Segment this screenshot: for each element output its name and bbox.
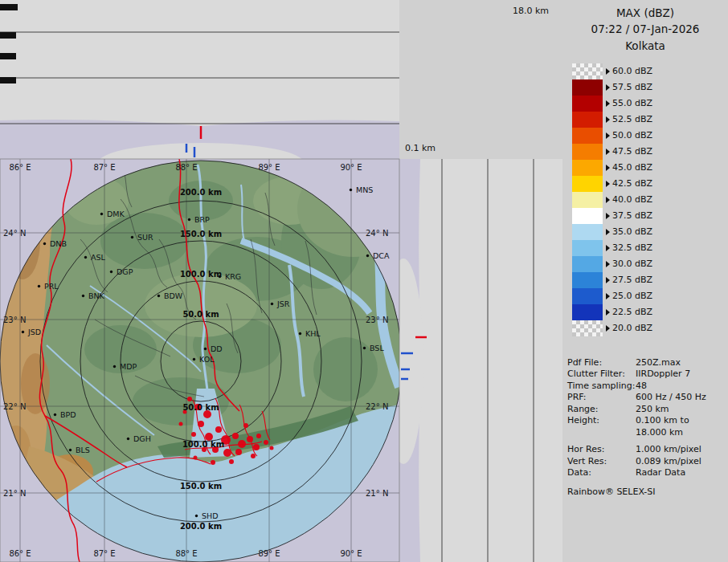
station-dot bbox=[82, 295, 84, 297]
legend-value-label: 30.0 dBZ bbox=[612, 259, 652, 269]
range-ring-label: 100.0 km bbox=[180, 270, 222, 279]
lon-label: 89° E bbox=[258, 549, 280, 558]
legend-row: 55.0 dBZ bbox=[572, 96, 728, 112]
station-dot bbox=[43, 242, 46, 245]
height-axis-tick bbox=[0, 77, 16, 83]
info-label: Data: bbox=[567, 467, 636, 479]
radar-station-name: Kolkata bbox=[562, 38, 728, 54]
station-dot bbox=[84, 256, 87, 259]
legend-value-label: 25.0 dBZ bbox=[612, 291, 652, 301]
station-dot bbox=[69, 449, 72, 451]
legend-value-label: 32.5 dBZ bbox=[612, 242, 652, 253]
info-row: Pdf File:250Z.max bbox=[567, 357, 728, 369]
legend-row: 50.0 dBZ bbox=[572, 128, 728, 144]
legend-swatch bbox=[572, 272, 603, 288]
legend-arrow-icon bbox=[606, 261, 610, 267]
legend-arrow-icon bbox=[606, 293, 610, 299]
legend-swatch bbox=[572, 160, 603, 176]
range-ring-label: 200.0 km bbox=[180, 522, 222, 531]
lon-label: 87° E bbox=[93, 549, 115, 558]
station-dot bbox=[366, 255, 369, 257]
station-label: ASL bbox=[91, 253, 106, 262]
station-dot bbox=[127, 438, 129, 440]
legend-arrow-icon bbox=[606, 181, 610, 187]
range-ring-label: 200.0 km bbox=[180, 188, 222, 197]
radar-echo bbox=[215, 426, 222, 433]
station-label: SUR bbox=[137, 233, 153, 242]
range-ring-label: 150.0 km bbox=[180, 230, 222, 238]
lon-label: 88° E bbox=[175, 549, 197, 558]
info-value: 250Z.max bbox=[636, 357, 681, 369]
legend-arrow-icon bbox=[606, 132, 610, 139]
legend-row: 60.0 dBZ bbox=[572, 63, 728, 79]
legend-arrow-icon bbox=[606, 100, 610, 107]
station-label: DGH bbox=[133, 434, 151, 443]
info-label: Pdf File: bbox=[567, 357, 636, 369]
radar-map: MNSDMKBRPSURDNBASLDGPKRGDCAPRLBNKBDWJSRK… bbox=[0, 159, 410, 562]
legend-row: 52.5 dBZ bbox=[572, 112, 728, 128]
legend-swatch bbox=[572, 320, 603, 336]
radar-echo bbox=[251, 454, 256, 458]
info-row: Hor Res:1.000 km/pixel bbox=[567, 444, 728, 456]
legend-swatch bbox=[572, 192, 603, 208]
lat-label: 22° N bbox=[3, 402, 26, 411]
legend-swatch bbox=[572, 79, 603, 96]
radar-echo bbox=[253, 444, 260, 450]
legend-row: 47.5 dBZ bbox=[572, 144, 728, 160]
info-label: Clutter Filter: bbox=[567, 369, 636, 381]
radar-echo bbox=[194, 456, 198, 460]
station-label: DCA bbox=[373, 251, 390, 260]
legend-value-label: 60.0 dBZ bbox=[612, 66, 652, 76]
station-label: DMK bbox=[107, 210, 125, 218]
station-dot bbox=[113, 365, 116, 368]
radar-echo bbox=[264, 440, 268, 445]
station-label: SHD bbox=[202, 511, 219, 520]
product-name: MAX (dBZ) bbox=[562, 5, 728, 21]
legend-arrow-icon bbox=[606, 149, 610, 155]
right-info-panel: MAX (dBZ) 07:22 / 07-Jan-2026 Kolkata 60… bbox=[562, 0, 728, 562]
info-row: Range:250 km bbox=[567, 404, 728, 416]
station-label: MDP bbox=[120, 362, 137, 371]
legend-arrow-icon bbox=[606, 68, 610, 75]
legend-value-label: 35.0 dBZ bbox=[612, 226, 652, 237]
radar-echo bbox=[198, 421, 204, 427]
station-dot bbox=[22, 331, 24, 333]
station-dot bbox=[188, 218, 190, 221]
legend-swatch bbox=[572, 304, 603, 320]
legend-value-label: 47.5 dBZ bbox=[612, 146, 652, 157]
height-axis-tick bbox=[0, 53, 16, 59]
radar-echo bbox=[229, 459, 234, 464]
info-value: 250 km bbox=[636, 404, 669, 416]
info-value: 600 Hz / 450 Hz bbox=[636, 392, 706, 404]
legend-row: 42.5 dBZ bbox=[572, 176, 728, 192]
station-label: KRG bbox=[225, 272, 241, 281]
right-projection-panel bbox=[383, 159, 562, 562]
product-datetime: 07:22 / 07-Jan-2026 bbox=[562, 21, 728, 37]
info-label: Height: bbox=[567, 415, 636, 427]
legend-swatch bbox=[572, 208, 603, 224]
info-row: Data:Radar Data bbox=[567, 467, 728, 479]
station-dot bbox=[350, 189, 352, 191]
legend-swatch bbox=[572, 63, 603, 79]
legend-row: 57.5 dBZ bbox=[572, 79, 728, 96]
height-axis-max-label: 18.0 km bbox=[513, 6, 549, 16]
radar-echo bbox=[223, 449, 231, 457]
right-panel-background bbox=[399, 159, 562, 562]
lon-label: 89° E bbox=[258, 163, 280, 172]
legend-row: 45.0 dBZ bbox=[572, 160, 728, 176]
legend-value-label: 37.5 dBZ bbox=[612, 210, 652, 221]
legend-value-label: 20.0 dBZ bbox=[612, 323, 652, 333]
station-label: BPD bbox=[60, 410, 76, 419]
info-row: 18.000 km bbox=[567, 427, 728, 439]
station-dot bbox=[363, 347, 366, 349]
station-dot bbox=[195, 515, 198, 517]
radar-echo bbox=[270, 446, 274, 450]
info-value: 0.100 km to bbox=[636, 415, 689, 427]
range-ring-label: 50.0 km bbox=[182, 403, 219, 412]
radar-echo bbox=[179, 422, 183, 426]
info-row: Height:0.100 km to bbox=[567, 415, 728, 427]
legend-value-label: 40.0 dBZ bbox=[612, 194, 652, 205]
legend-swatch bbox=[572, 176, 603, 192]
info-row: Vert Res:0.089 km/pixel bbox=[567, 456, 728, 468]
legend-swatch bbox=[572, 128, 603, 144]
